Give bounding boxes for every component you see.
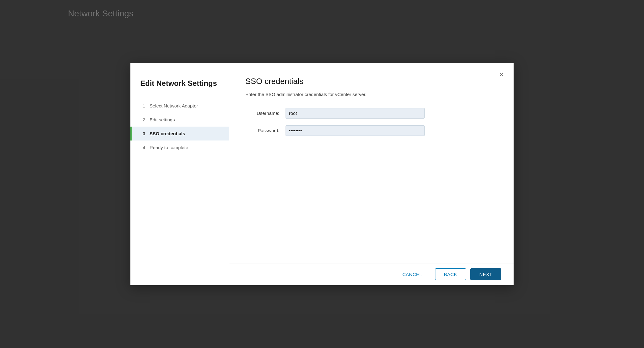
step-label-4: Ready to complete	[150, 145, 188, 150]
step-item-3[interactable]: 3 SSO credentials	[130, 127, 229, 140]
username-input[interactable]	[286, 108, 425, 119]
dialog-footer: CANCEL BACK NEXT	[229, 263, 514, 285]
form-section: Username: Password:	[245, 108, 425, 136]
dialog: Edit Network Settings 1 Select Network A…	[130, 63, 514, 285]
step-label-3: SSO credentials	[150, 131, 185, 136]
step-number-1: 1	[130, 103, 145, 108]
step-label-1: Select Network Adapter	[150, 103, 198, 108]
step-number-2: 2	[130, 117, 145, 122]
content-description: Enter the SSO administrator credentials …	[245, 92, 498, 97]
step-item-1[interactable]: 1 Select Network Adapter	[130, 99, 229, 113]
back-button[interactable]: BACK	[435, 268, 466, 280]
step-item-4[interactable]: 4 Ready to complete	[130, 140, 229, 154]
step-number-3: 3	[130, 131, 145, 136]
content-panel: × SSO credentials Enter the SSO administ…	[229, 63, 514, 285]
next-button[interactable]: NEXT	[470, 268, 501, 280]
password-label: Password:	[245, 128, 286, 133]
step-label-2: Edit settings	[150, 117, 175, 122]
cancel-button[interactable]: CANCEL	[394, 268, 431, 280]
step-number-4: 4	[130, 145, 145, 150]
password-input[interactable]	[286, 125, 425, 136]
modal-overlay: Edit Network Settings 1 Select Network A…	[0, 0, 644, 348]
step-item-2[interactable]: 2 Edit settings	[130, 113, 229, 127]
username-label: Username:	[245, 111, 286, 116]
sidebar: Edit Network Settings 1 Select Network A…	[130, 63, 229, 285]
step-list: 1 Select Network Adapter 2 Edit settings…	[130, 99, 229, 154]
content-title: SSO credentials	[245, 77, 498, 86]
sidebar-title: Edit Network Settings	[130, 79, 229, 99]
username-row: Username:	[245, 108, 425, 119]
password-row: Password:	[245, 125, 425, 136]
close-button[interactable]: ×	[497, 69, 506, 80]
